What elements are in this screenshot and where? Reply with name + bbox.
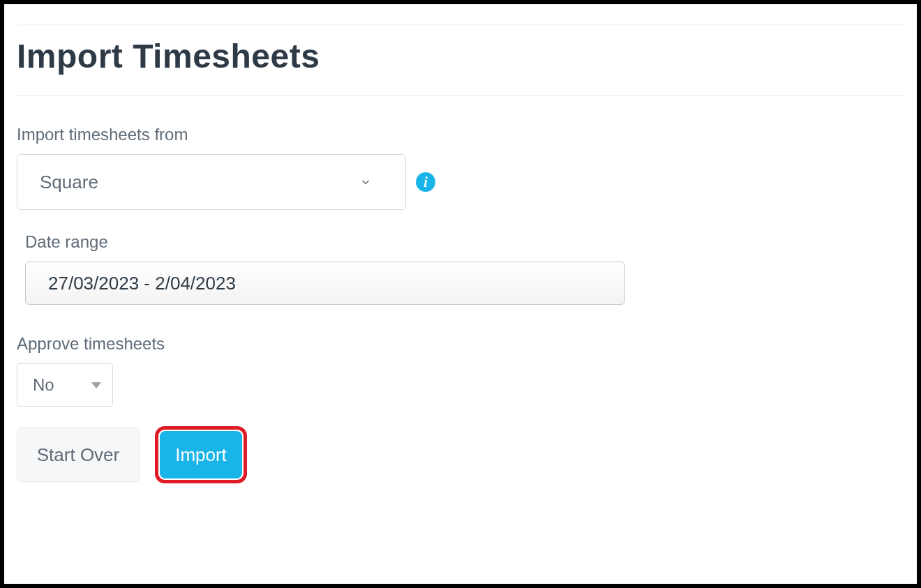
header-divider xyxy=(17,95,904,96)
source-field-group: Import timesheets from Square i xyxy=(17,125,904,210)
source-label: Import timesheets from xyxy=(17,125,904,144)
import-button-highlight: Import xyxy=(155,426,247,483)
approve-field-group: Approve timesheets No xyxy=(17,334,904,407)
app-frame: Import Timesheets Import timesheets from… xyxy=(0,0,921,588)
info-icon[interactable]: i xyxy=(416,172,435,192)
date-range-input[interactable]: 27/03/2023 - 2/04/2023 xyxy=(25,262,625,305)
start-over-button[interactable]: Start Over xyxy=(17,428,140,482)
date-range-field-group: Date range 27/03/2023 - 2/04/2023 xyxy=(25,232,904,305)
approve-select[interactable]: No xyxy=(17,363,113,407)
date-range-value: 27/03/2023 - 2/04/2023 xyxy=(48,273,236,294)
import-source-select[interactable]: Square xyxy=(17,154,406,210)
button-row: Start Over Import xyxy=(17,426,904,483)
import-source-value: Square xyxy=(40,172,98,193)
top-divider xyxy=(17,24,904,24)
import-button[interactable]: Import xyxy=(160,431,242,478)
triangle-down-icon xyxy=(91,382,101,389)
approve-label: Approve timesheets xyxy=(17,334,904,354)
page-title: Import Timesheets xyxy=(17,37,904,75)
approve-value: No xyxy=(33,375,54,395)
chevron-down-icon xyxy=(359,176,372,188)
date-range-label: Date range xyxy=(25,232,904,252)
